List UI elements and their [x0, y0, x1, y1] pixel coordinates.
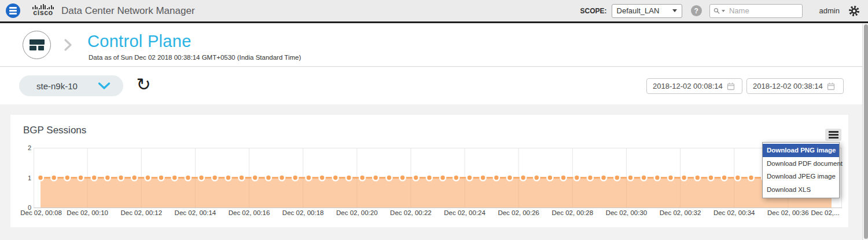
scrollbar-thumb[interactable]: [864, 24, 868, 239]
x-tick-label: Dec 02,...: [811, 209, 839, 216]
x-tick-label: Dec 02, 00:24: [444, 209, 486, 216]
chart-export-menu-icon[interactable]: [825, 129, 841, 141]
refresh-icon[interactable]: ↻: [133, 74, 154, 97]
x-tick-label: Dec 02, 00:14: [175, 209, 216, 216]
chart-export-menu: Download PNG imageDownload PDF documentD…: [762, 142, 840, 198]
scope-label: SCOPE:: [580, 7, 607, 15]
chevron-right-icon: [64, 38, 72, 52]
x-tick-label: Dec 02, 00:22: [390, 209, 432, 216]
breadcrumb: Control Plane Data as of Sun Dec 02 2018…: [0, 23, 868, 67]
help-icon[interactable]: ?: [691, 5, 702, 16]
x-tick-label: Dec 02, 00:36: [767, 209, 809, 216]
x-tick-label: Dec 02, 00:26: [498, 209, 539, 216]
page-title: Control Plane: [87, 32, 192, 51]
x-axis: Dec 02, 00:08Dec 02, 00:10Dec 02, 00:12D…: [10, 209, 848, 219]
bgp-sessions-panel: BGP Sessions 210 Dec 02, 00:08Dec 02, 00…: [10, 115, 848, 227]
cisco-logo: cisco: [32, 4, 54, 17]
chevron-down-icon: [98, 82, 111, 90]
y-tick-label: 1: [28, 174, 31, 182]
scope-dropdown[interactable]: Default_LAN: [612, 4, 682, 18]
end-time-input[interactable]: [753, 82, 823, 90]
x-tick-label: Dec 02, 00:18: [282, 209, 324, 216]
x-tick-label: Dec 02, 00:08: [20, 209, 62, 216]
x-tick-label: Dec 02, 00:12: [120, 209, 162, 216]
app-header: cisco Data Center Network Manager SCOPE:…: [0, 0, 868, 23]
x-tick-label: Dec 02, 00:32: [660, 209, 701, 216]
vertical-scrollbar[interactable]: [862, 24, 868, 240]
x-tick-label: Dec 02, 00:30: [606, 209, 648, 216]
scope-value: Default_LAN: [617, 6, 660, 15]
data-as-of-timestamp: Data as of Sun Dec 02 2018 00:38:14 GMT+…: [89, 54, 301, 61]
export-menu-item[interactable]: Download PNG image: [763, 144, 839, 157]
search-box[interactable]: [709, 4, 803, 18]
export-menu-item[interactable]: Download JPEG image: [763, 170, 839, 183]
y-tick-label: 2: [28, 144, 31, 152]
end-time-field[interactable]: [746, 78, 844, 94]
chart-title: BGP Sessions: [23, 125, 86, 136]
calendar-icon[interactable]: [727, 82, 735, 90]
search-input[interactable]: [729, 6, 799, 15]
device-selector-dropdown[interactable]: ste-n9k-10: [19, 75, 123, 96]
app-title: Data Center Network Manager: [61, 5, 195, 17]
chevron-down-icon: [672, 9, 677, 12]
gear-icon[interactable]: [848, 5, 860, 17]
search-icon: [713, 7, 720, 15]
export-menu-item[interactable]: Download XLS: [763, 183, 839, 197]
x-tick-label: Dec 02, 00:10: [67, 209, 108, 216]
search-scope-caret-icon[interactable]: [722, 10, 725, 12]
hamburger-menu-icon[interactable]: [6, 3, 20, 18]
x-tick-label: Dec 02, 00:28: [552, 209, 594, 216]
y-axis: 210: [19, 115, 31, 213]
dashboard-home-icon[interactable]: [23, 31, 51, 59]
x-tick-label: Dec 02, 00:34: [713, 209, 755, 216]
x-tick-label: Dec 02, 00:16: [229, 209, 270, 216]
user-menu[interactable]: admin: [819, 6, 840, 15]
filter-bar: ste-n9k-10 ↻: [0, 67, 868, 104]
start-time-field[interactable]: [646, 78, 742, 94]
calendar-icon[interactable]: [827, 82, 835, 90]
cisco-wordmark: cisco: [33, 9, 53, 17]
start-time-input[interactable]: [653, 82, 723, 90]
x-tick-label: Dec 02, 00:20: [336, 209, 378, 216]
device-selector-value: ste-n9k-10: [36, 81, 78, 91]
chart-plot-area: [34, 148, 842, 208]
export-menu-item[interactable]: Download PDF document: [763, 157, 839, 170]
